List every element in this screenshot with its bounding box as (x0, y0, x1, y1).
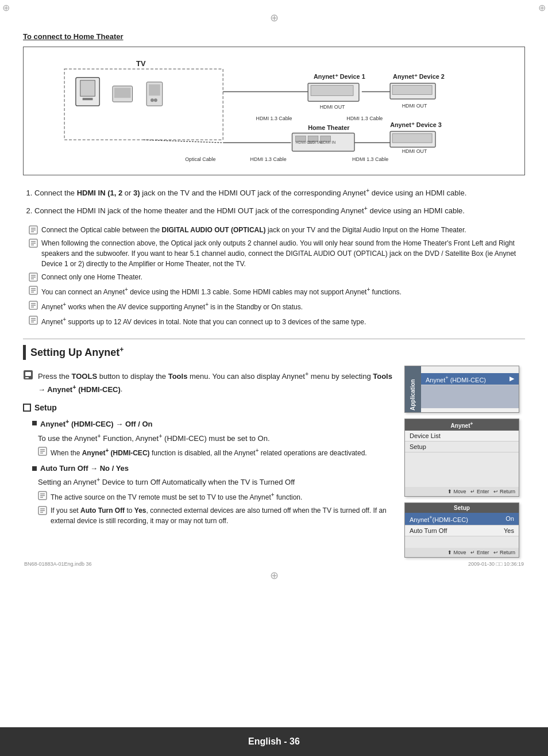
note-icon-1 (29, 225, 38, 235)
svg-text:HDMI IN: HDMI IN (321, 140, 335, 144)
svg-text:Anynet⁺ Device 1: Anynet⁺ Device 1 (314, 73, 365, 80)
svg-point-10 (154, 98, 157, 102)
menu-setup-cec: Anynet+(HDMI-CEC) On (405, 513, 519, 525)
menu-setup-footer: ⬆ Move ↵ Enter ↩ Return (405, 548, 519, 557)
svg-rect-3 (80, 80, 95, 97)
svg-text:TV: TV (136, 59, 146, 68)
hdmi-cec-note-1: When the Anynet+ (HDMI-CEC) function is … (38, 446, 393, 458)
section-setup-heading: Setting Up Anynet+ (23, 339, 525, 360)
press-note-icon (23, 370, 33, 380)
file-info-right: 2009-01-30 □□ 10:36:19 (468, 561, 524, 567)
menu-setup-autoturnoff: Auto Turn Off Yes (405, 525, 519, 536)
note-5: Anynet+ works when the AV device support… (29, 300, 525, 312)
svg-text:HDMI 1.3 Cable: HDMI 1.3 Cable (346, 116, 383, 121)
svg-text:HDMI 1.3 Cable: HDMI 1.3 Cable (352, 156, 388, 162)
section-heading-text: Setting Up Anynet+ (30, 346, 124, 359)
menu-anynet-title: Anynet+ (405, 419, 519, 431)
connection-diagram: TV Anynet⁺ Device 1 HDMI OUT Anynet⁺ Dev… (23, 47, 525, 175)
note-icon-3 (29, 273, 38, 282)
note-6: Anynet+ supports up to 12 AV devices in … (29, 315, 525, 327)
svg-rect-67 (25, 377, 29, 378)
text-content: Press the TOOLS button to display the To… (23, 366, 393, 558)
svg-text:Anynet⁺ Device 3: Anynet⁺ Device 3 (390, 121, 442, 128)
svg-text:HDMI 1.3 Cable: HDMI 1.3 Cable (250, 156, 287, 162)
crosshair-top: ⊕ (23, 11, 525, 24)
auto-turnoff-note-1: The active source on the TV remote must … (38, 490, 393, 502)
steps-list: Connect the HDMI IN (1, 2 or 3) jack on … (34, 186, 525, 217)
menu-anynet-footer: ⬆ Move ↵ Enter ↩ Return (405, 487, 519, 496)
crosshair-bottom: ⊕ (23, 569, 525, 582)
auto-turnoff-notes: The active source on the TV remote must … (38, 490, 393, 526)
svg-text:Anynet⁺ Device 2: Anynet⁺ Device 2 (393, 73, 445, 80)
section-connect-title: To connect to Home Theater (23, 32, 525, 41)
note-icon-ato2 (38, 506, 47, 515)
note-icon-6 (29, 316, 38, 325)
svg-text:Home Theater: Home Theater (308, 124, 350, 131)
note-1: Connect the Optical cable between the DI… (29, 225, 525, 235)
menu-app-row-1: Anynet+ (HDMI-CEC) ▶ (421, 373, 519, 386)
auto-turnoff-title: Auto Turn Off → No / Yes (32, 464, 393, 473)
menu-anynet-devicelist: Device List (405, 431, 519, 442)
svg-text:HDMI OUT: HDMI OUT (402, 148, 427, 154)
svg-rect-17 (392, 86, 432, 95)
note-4: You can connect an Anynet+ device using … (29, 285, 525, 297)
checkbox-icon (23, 404, 31, 412)
note-3: Connect only one Home Theater. (29, 272, 525, 282)
auto-turnoff-content: Setting an Anynet+ Device to turn Off Au… (38, 475, 393, 526)
menu-anynet: Anynet+ Device List Setup ⬆ Move ↵ Enter… (404, 419, 519, 497)
press-note: Press the TOOLS button to display the To… (23, 369, 393, 396)
svg-text:HDMI 1.3 Cable: HDMI 1.3 Cable (256, 116, 292, 121)
diagram-svg: TV Anynet⁺ Device 1 HDMI OUT Anynet⁺ Dev… (30, 54, 518, 166)
corner-decoration-tr: ⊕ (538, 2, 546, 13)
svg-text:Optical Cable: Optical Cable (185, 156, 215, 162)
note-2: When following the connection above, the… (29, 238, 525, 269)
note-icon-4 (29, 286, 38, 295)
bottom-bar: English - 36 (0, 727, 548, 756)
svg-rect-66 (25, 372, 31, 376)
file-info-bar: BN68-01883A-01Eng.indb 36 2009-01-30 □□ … (23, 561, 525, 567)
svg-text:HDMI OUT: HDMI OUT (402, 103, 427, 109)
step-1: Connect the HDMI IN (1, 2 or 3) jack on … (34, 186, 525, 199)
svg-rect-13 (311, 86, 353, 96)
svg-point-9 (150, 98, 154, 102)
menu-application: Application Anynet+ (HDMI-CEC) ▶ (404, 366, 519, 413)
note-icon-ato1 (38, 491, 47, 500)
note-icon-2 (29, 239, 38, 248)
svg-text:HDMI OUT: HDMI OUT (320, 104, 345, 110)
square-bullet-2 (32, 466, 37, 471)
menu-setup-title: Setup (405, 503, 519, 513)
section-bar (23, 345, 26, 360)
note-icon-cec (38, 447, 47, 456)
square-bullet-1 (32, 421, 37, 425)
svg-rect-8 (149, 85, 160, 96)
auto-turnoff-note-2: If you set Auto Turn Off to Yes, connect… (38, 505, 393, 526)
setup-label: Setup (23, 403, 393, 412)
menu-anynet-setup: Setup (405, 442, 519, 452)
hdmi-cec-notes: When the Anynet+ (HDMI-CEC) function is … (38, 446, 393, 458)
hdmi-cec-title: Anynet+ (HDMI-CEC) → Off / On (32, 418, 393, 428)
step-2: Connect the HDMI IN jack of the home the… (34, 204, 525, 217)
corner-decoration-tl: ⊕ (2, 2, 10, 13)
bottom-bar-text: English - 36 (248, 736, 300, 747)
page-container: ⊕ ⊕ ⊕ To connect to Home Theater TV Anyn… (0, 0, 548, 756)
svg-rect-33 (392, 133, 432, 143)
menu-setup: Setup Anynet+(HDMI-CEC) On Auto Turn Off… (404, 502, 519, 558)
side-menus: Application Anynet+ (HDMI-CEC) ▶ Anynet+… (404, 366, 525, 558)
svg-rect-4 (83, 98, 93, 100)
notes-list: Connect the Optical cable between the DI… (29, 225, 525, 327)
note-icon-5 (29, 301, 38, 310)
file-info-left: BN68-01883A-01Eng.indb 36 (24, 561, 92, 567)
svg-rect-6 (114, 88, 131, 98)
main-content: Press the TOOLS button to display the To… (23, 366, 525, 558)
hdmi-cec-content: To use the Anynet+ Function, Anynet+ (HD… (38, 431, 393, 459)
